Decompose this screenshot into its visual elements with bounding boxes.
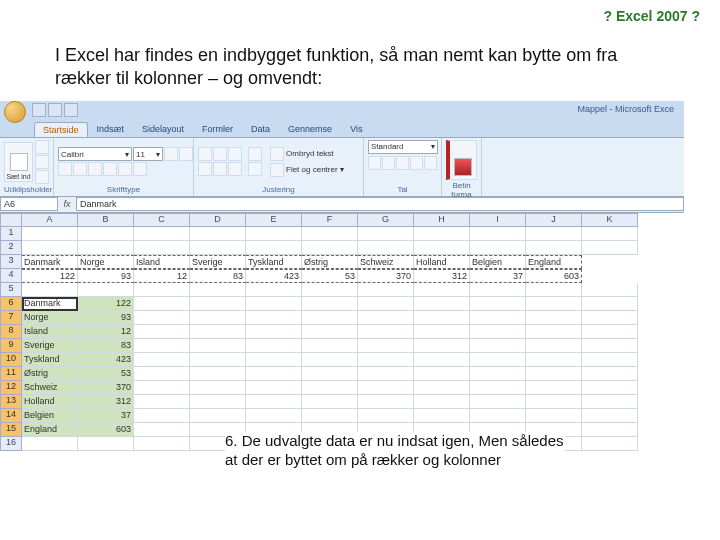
window-title: Mappel - Microsoft Exce <box>571 103 680 117</box>
paste-icon <box>10 153 28 171</box>
conditional-formatting-button[interactable] <box>446 140 477 180</box>
tab-startside[interactable]: Startside <box>34 122 88 137</box>
underline-icon[interactable] <box>88 162 102 176</box>
shrink-font-icon[interactable] <box>179 147 193 161</box>
ribbon-group-alignment: Ombryd tekst Flet og centrer▾ Justering <box>194 138 364 196</box>
ribbon-tabs: Startside Indsæt Sidelayout Formler Data… <box>0 119 684 137</box>
fx-icon[interactable]: fx <box>58 199 76 209</box>
format-painter-icon[interactable] <box>35 170 49 184</box>
italic-icon[interactable] <box>73 162 87 176</box>
ribbon-group-clipboard: Sæt ind Udklipsholder <box>0 138 54 196</box>
excel-screenshot: Mappel - Microsoft Exce Startside Indsæt… <box>0 101 684 451</box>
cell-a6[interactable]: Danmark <box>22 297 78 311</box>
save-icon[interactable] <box>32 103 46 117</box>
tab-vis[interactable]: Vis <box>341 121 371 137</box>
tab-gennemse[interactable]: Gennemse <box>279 121 341 137</box>
ribbon-group-styles: Betin forma <box>442 138 482 196</box>
grow-font-icon[interactable] <box>164 147 178 161</box>
col-j[interactable]: J <box>526 213 582 227</box>
formula-bar: A6 fx Danmark <box>0 197 684 213</box>
select-all-corner[interactable] <box>0 213 22 227</box>
conditional-formatting-icon <box>454 158 472 176</box>
decrease-indent-icon[interactable] <box>248 147 262 161</box>
col-g[interactable]: G <box>358 213 414 227</box>
spreadsheet-grid: A B C D E F G H I J K 1 2 3 Danmark Norg… <box>0 213 684 451</box>
paste-button[interactable]: Sæt ind <box>4 142 33 182</box>
copy-icon[interactable] <box>35 155 49 169</box>
align-left-icon[interactable] <box>198 162 212 176</box>
tab-sidelayout[interactable]: Sidelayout <box>133 121 193 137</box>
cell[interactable] <box>22 227 78 241</box>
currency-icon[interactable] <box>368 156 381 170</box>
row-head[interactable]: 1 <box>0 227 22 241</box>
name-box[interactable]: A6 <box>0 197 58 211</box>
cell[interactable]: Danmark <box>22 255 78 269</box>
col-a[interactable]: A <box>22 213 78 227</box>
column-headers: A B C D E F G H I J K <box>0 213 684 227</box>
font-color-icon[interactable] <box>133 162 147 176</box>
align-middle-icon[interactable] <box>213 147 227 161</box>
align-center-icon[interactable] <box>213 162 227 176</box>
ribbon-group-font: Calibri▾ 11▾ Skrifttype <box>54 138 194 196</box>
col-e[interactable]: E <box>246 213 302 227</box>
comma-icon[interactable] <box>396 156 409 170</box>
col-f[interactable]: F <box>302 213 358 227</box>
tab-data[interactable]: Data <box>242 121 279 137</box>
wrap-text-icon <box>270 147 284 161</box>
undo-icon[interactable] <box>48 103 62 117</box>
border-icon[interactable] <box>103 162 117 176</box>
merge-center-button[interactable]: Flet og centrer▾ <box>270 163 344 177</box>
fill-color-icon[interactable] <box>118 162 132 176</box>
ribbon: Sæt ind Udklipsholder Calibri▾ 11▾ <box>0 137 684 197</box>
percent-icon[interactable] <box>382 156 395 170</box>
quick-access-toolbar: Mappel - Microsoft Exce <box>0 101 684 119</box>
col-k[interactable]: K <box>582 213 638 227</box>
ribbon-group-number: Standard▾ Tal <box>364 138 442 196</box>
number-format-combo[interactable]: Standard▾ <box>368 140 438 154</box>
tab-formler[interactable]: Formler <box>193 121 242 137</box>
align-right-icon[interactable] <box>228 162 242 176</box>
col-h[interactable]: H <box>414 213 470 227</box>
col-c[interactable]: C <box>134 213 190 227</box>
decrease-decimal-icon[interactable] <box>424 156 437 170</box>
align-top-icon[interactable] <box>198 147 212 161</box>
copied-row-headers: 3 Danmark Norge Island Sverige Tyskland … <box>0 255 684 269</box>
intro-text: I Excel har findes en indbygget funktion… <box>0 24 720 101</box>
font-name-combo[interactable]: Calibri▾ <box>58 147 132 161</box>
formula-input[interactable]: Danmark <box>76 197 684 211</box>
col-i[interactable]: I <box>470 213 526 227</box>
col-b[interactable]: B <box>78 213 134 227</box>
increase-indent-icon[interactable] <box>248 162 262 176</box>
callout-text: 6. De udvalgte data er nu indsat igen, M… <box>225 432 565 470</box>
wrap-text-button[interactable]: Ombryd tekst <box>270 147 344 161</box>
copied-row-values: 4 122 93 12 83 423 53 370 312 37 603 <box>0 269 684 283</box>
office-button-icon[interactable] <box>4 101 26 123</box>
col-d[interactable]: D <box>190 213 246 227</box>
page-header: ? Excel 2007 ? <box>0 0 720 24</box>
align-bottom-icon[interactable] <box>228 147 242 161</box>
tab-indsaet[interactable]: Indsæt <box>88 121 134 137</box>
redo-icon[interactable] <box>64 103 78 117</box>
merge-icon <box>270 163 284 177</box>
bold-icon[interactable] <box>58 162 72 176</box>
increase-decimal-icon[interactable] <box>410 156 423 170</box>
font-size-combo[interactable]: 11▾ <box>133 147 163 161</box>
cut-icon[interactable] <box>35 140 49 154</box>
